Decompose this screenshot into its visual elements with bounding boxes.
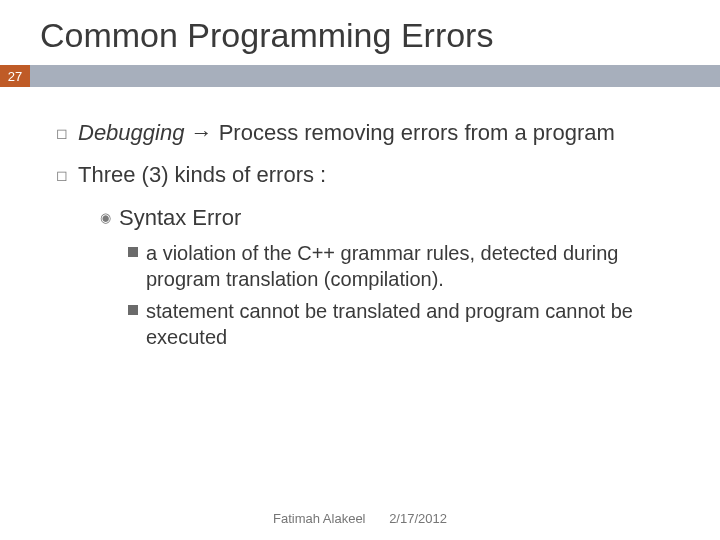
term-debugging: Debugging xyxy=(78,120,184,145)
bullet-level3: a violation of the C++ grammar rules, de… xyxy=(128,240,684,292)
content-area: ◻ Debugging → Process removing errors fr… xyxy=(0,87,720,350)
header-bar: 27 xyxy=(0,65,720,87)
slide-footer: Fatimah Alakeel 2/17/2012 xyxy=(0,511,720,526)
filled-square-icon xyxy=(128,305,138,315)
bullet-level2: ◉ Syntax Error xyxy=(100,204,684,232)
filled-square-icon xyxy=(128,247,138,257)
slide-title: Common Programming Errors xyxy=(0,0,720,65)
bullet-text: a violation of the C++ grammar rules, de… xyxy=(146,240,684,292)
header-bar-fill xyxy=(30,65,720,87)
bullet-level1: ◻ Debugging → Process removing errors fr… xyxy=(56,119,684,147)
footer-author: Fatimah Alakeel xyxy=(273,511,366,526)
target-bullet-icon: ◉ xyxy=(100,210,111,232)
square-bullet-icon: ◻ xyxy=(56,125,68,147)
bullet-text: statement cannot be translated and progr… xyxy=(146,298,684,350)
page-number-badge: 27 xyxy=(0,65,30,87)
bullet-text: Syntax Error xyxy=(119,204,241,232)
bullet-text: Three (3) kinds of errors : xyxy=(78,161,684,189)
footer-date: 2/17/2012 xyxy=(389,511,447,526)
square-bullet-icon: ◻ xyxy=(56,167,68,189)
definition-text: Process removing errors from a program xyxy=(219,120,615,145)
bullet-level3: statement cannot be translated and progr… xyxy=(128,298,684,350)
bullet-text: Debugging → Process removing errors from… xyxy=(78,119,684,147)
bullet-level1: ◻ Three (3) kinds of errors : xyxy=(56,161,684,189)
arrow-icon: → xyxy=(184,120,218,145)
